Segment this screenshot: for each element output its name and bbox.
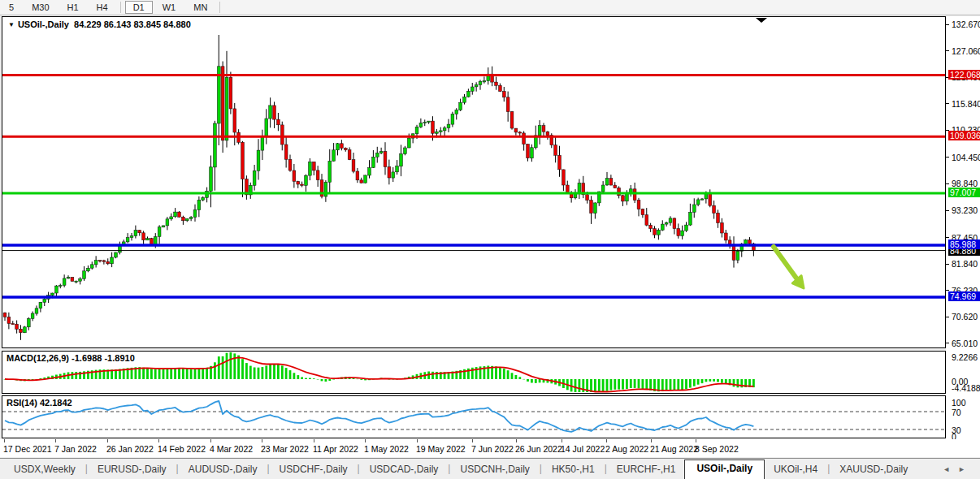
tab-xauusd-daily[interactable]: XAUUSD-,Daily — [830, 460, 917, 479]
down-arrow-annotation[interactable] — [774, 247, 797, 279]
bar-shift-marker-icon[interactable] — [756, 18, 767, 23]
chart-ohlc-values: 84.229 86.143 83.845 84.880 — [74, 19, 191, 29]
tab-ukoil-h4[interactable]: UKOil-,H4 — [765, 460, 826, 479]
rsi-axis-label: 70 — [952, 408, 980, 417]
timeframe-button-d1[interactable]: D1 — [125, 1, 153, 14]
rsi-axis-label: 100 — [952, 398, 980, 408]
price-tick-mark — [946, 317, 949, 317]
price-tick-mark — [946, 183, 949, 184]
date-tick-mark — [210, 439, 211, 442]
date-tick-mark — [516, 439, 517, 442]
chart-symbol-label: USOil-,Daily — [18, 19, 69, 29]
price-tick-mark — [946, 50, 949, 51]
timeframe-button-5[interactable]: 5 — [1, 1, 22, 14]
price-tick-mark — [946, 210, 949, 211]
rsi-line-chart — [2, 396, 945, 438]
price-line-badge: 109.036 — [948, 131, 980, 140]
date-tick-label: 7 Jun 2022 — [471, 444, 514, 454]
tab-eurusd-daily[interactable]: EURUSD-,Daily — [89, 460, 176, 479]
date-tick-label: 14 Feb 2022 — [158, 444, 206, 454]
price-tick-label: 132.670 — [952, 19, 980, 29]
toolbar-separator — [120, 2, 121, 13]
date-tick-label: 17 Dec 2021 — [3, 444, 52, 454]
date-tick-label: 11 Apr 2022 — [313, 444, 358, 454]
tab-usdcnh-daily[interactable]: USDCNH-,Daily — [451, 460, 538, 479]
rsi-label: RSI(14) 42.1842 — [7, 398, 72, 408]
price-tick-mark — [946, 264, 949, 265]
date-tick-label: 26 Jan 2022 — [106, 444, 154, 454]
price-line-badge: 74.969 — [948, 291, 980, 301]
chart-dropdown-icon[interactable]: ▼ — [8, 21, 15, 28]
tab-audusd-daily[interactable]: AUDUSD-,Daily — [180, 460, 267, 479]
tab-usdcad-daily[interactable]: USDCAD-,Daily — [361, 460, 448, 479]
date-tick-mark — [262, 439, 262, 442]
timeframe-button-w1[interactable]: W1 — [154, 1, 184, 14]
date-tick-mark — [55, 439, 56, 442]
date-tick-mark — [472, 439, 473, 442]
timeframe-button-m30[interactable]: M30 — [24, 1, 57, 14]
date-axis[interactable]: 17 Dec 20217 Jan 202226 Jan 202214 Feb 2… — [0, 439, 980, 457]
tab-usoil-daily[interactable]: USOil-,Daily — [684, 460, 765, 479]
price-tick-mark — [946, 290, 949, 291]
price-tick-mark — [946, 103, 949, 104]
timeframe-button-mn[interactable]: MN — [185, 1, 215, 14]
price-tick-label: 115.840 — [952, 99, 980, 109]
date-tick-mark — [158, 439, 159, 442]
rsi-pane[interactable]: RSI(14) 42.1842 — [2, 395, 946, 438]
price-tick-label: 127.060 — [952, 46, 980, 56]
main-chart-pane[interactable]: ▼USOil-,Daily 84.229 86.143 83.845 84.88… — [2, 16, 946, 348]
date-tick-mark — [696, 439, 696, 442]
date-tick-label: 26 Jun 2022 — [515, 444, 562, 454]
price-line-badge: 85.988 — [948, 240, 980, 249]
macd-axis-label: -4.4188 — [952, 383, 980, 393]
price-tick-mark — [946, 157, 949, 158]
macd-histogram — [2, 352, 945, 393]
tab-scroll-left-icon[interactable]: ◄ — [943, 465, 958, 473]
macd-axis-label: 9.2266 — [952, 352, 980, 362]
date-tick-label: 21 Aug 2022 — [650, 444, 698, 454]
date-tick-mark — [4, 439, 5, 442]
date-tick-label: 19 May 2022 — [416, 444, 466, 454]
price-line-badge: 122.068 — [948, 70, 980, 80]
price-tick-mark — [946, 24, 949, 25]
symbol-tab-bar: USDX,Weekly|EURUSD-,Daily|AUDUSD-,Daily|… — [0, 458, 980, 479]
date-tick-label: 14 Jul 2022 — [561, 444, 605, 454]
tab-usdchf-daily[interactable]: USDCHF-,Daily — [271, 460, 357, 479]
toolbar-separator — [219, 2, 220, 13]
mt4-chart-window: { "window": { "background": "#f0f0f0" },… — [0, 0, 980, 479]
date-tick-label: 4 Mar 2022 — [210, 444, 253, 454]
date-tick-label: 23 Mar 2022 — [261, 444, 309, 454]
tab-usdx-weekly[interactable]: USDX,Weekly — [5, 460, 85, 479]
price-line-badge: 97.007 — [948, 188, 980, 197]
price-axis[interactable]: 132.670127.060121.450115.840110.230104.4… — [946, 16, 980, 439]
price-tick-label: 65.010 — [952, 339, 980, 348]
date-tick-label: 2 Aug 2022 — [605, 444, 648, 454]
macd-label: MACD(12,26,9) -1.6988 -1.8910 — [7, 353, 135, 363]
date-tick-mark — [314, 439, 314, 442]
tab-eurchf-h1[interactable]: EURCHF-,H1 — [608, 460, 685, 479]
timeframe-button-h4[interactable]: H4 — [89, 1, 116, 14]
date-tick-mark — [651, 439, 652, 442]
price-tick-label: 93.230 — [952, 205, 980, 215]
macd-pane[interactable]: MACD(12,26,9) -1.6988 -1.8910 — [2, 351, 946, 394]
chart-title: ▼USOil-,Daily 84.229 86.143 83.845 84.88… — [8, 19, 191, 29]
date-tick-mark — [107, 439, 108, 442]
price-tick-label: 70.620 — [952, 312, 980, 321]
tab-scroll-arrows[interactable]: ◄► — [943, 465, 973, 473]
price-tick-mark — [946, 237, 949, 238]
price-tick-mark — [946, 343, 949, 343]
tab-hk50-h1[interactable]: HK50-,H1 — [543, 460, 604, 479]
tab-scroll-right-icon[interactable]: ► — [958, 465, 973, 473]
date-tick-mark — [562, 439, 562, 442]
date-tick-mark — [606, 439, 607, 442]
date-tick-label: 1 May 2022 — [364, 444, 409, 454]
timeframe-toolbar: 5M30H1H4D1W1MN — [0, 0, 980, 15]
date-tick-label: 8 Sep 2022 — [695, 444, 739, 454]
date-tick-mark — [417, 439, 418, 442]
date-tick-mark — [365, 439, 366, 442]
timeframe-button-h1[interactable]: H1 — [59, 1, 87, 14]
price-tick-label: 81.840 — [952, 259, 980, 269]
candlestick-chart[interactable] — [2, 17, 945, 347]
date-tick-label: 7 Jan 2022 — [54, 444, 97, 454]
price-tick-label: 104.450 — [952, 153, 980, 162]
